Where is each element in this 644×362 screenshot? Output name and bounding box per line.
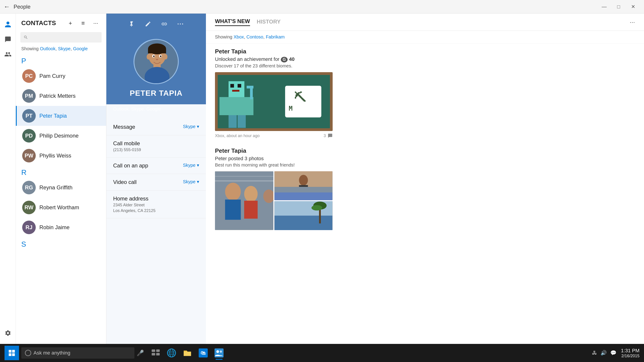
contoso-link[interactable]: Contoso — [246, 34, 264, 39]
taskbar-search[interactable]: Ask me anything — [21, 347, 134, 358]
app-content: CONTACTS + ≡ ··· Showing Outlook, Skype,… — [0, 14, 644, 344]
outlook-link[interactable]: Outlook — [40, 46, 56, 51]
nav-people[interactable] — [2, 18, 14, 31]
svg-rect-21 — [232, 90, 240, 92]
whats-new-more-button[interactable]: ··· — [630, 18, 635, 26]
nav-groups[interactable] — [2, 48, 14, 61]
maximize-button[interactable]: □ — [612, 1, 626, 12]
svg-text:M: M — [289, 105, 292, 112]
svg-rect-17 — [330, 72, 333, 131]
minimize-button[interactable]: — — [597, 1, 612, 12]
start-button[interactable] — [4, 346, 19, 360]
google-link[interactable]: Google — [73, 46, 88, 51]
nav-chat[interactable] — [2, 33, 14, 46]
contact-name-patrick: Patrick Metters — [39, 93, 76, 99]
svg-rect-15 — [215, 128, 333, 131]
detail-avatar-section: PETER TAPIA — [106, 34, 206, 104]
search-icon — [24, 35, 28, 40]
comment-count-1: 3 — [324, 134, 326, 138]
fabrikam-link[interactable]: Fabrikam — [266, 34, 285, 39]
svg-rect-44 — [274, 187, 332, 192]
back-button[interactable]: ← — [4, 3, 10, 10]
action-call-app[interactable]: Call on an app Skype ▾ — [106, 158, 206, 174]
contact-robin-jaime[interactable]: RJ Robin Jaime — [16, 218, 106, 237]
video-call-skype: Skype ▾ — [183, 179, 199, 184]
action-call-mobile[interactable]: Call mobile (213) 555-0159 — [106, 135, 206, 158]
svg-rect-51 — [152, 349, 155, 352]
whats-new-header: WHAT'S NEW HISTORY ··· — [206, 14, 644, 31]
search-box[interactable] — [20, 32, 102, 42]
contacts-more-button[interactable]: ··· — [91, 18, 101, 28]
contact-phyllis-weiss[interactable]: PW Phyllis Weiss — [16, 146, 106, 166]
avatar-patrick: PM — [22, 89, 36, 103]
svg-point-9 — [160, 56, 161, 57]
contact-name-phyllis: Phyllis Weiss — [39, 152, 71, 159]
detail-actions: Outlook, Skype, Google Message Skype ▾ C… — [106, 104, 206, 344]
nav-settings[interactable] — [2, 327, 14, 340]
news-person-1: Peter Tapia — [215, 48, 635, 55]
network-icon[interactable]: 🖧 — [592, 350, 597, 356]
contact-list: P PC Pam Curry PM Patrick Metters PT Pet… — [16, 54, 106, 344]
svg-rect-53 — [152, 353, 155, 356]
letter-s: S — [16, 237, 106, 249]
contact-name-robert: Robert Wortham — [39, 204, 79, 211]
news-item-photos: Peter Tapia Peter posted 3 photos Best r… — [215, 147, 635, 230]
taskbar-datetime[interactable]: 1:31 PM 2/16/2015 — [621, 348, 640, 358]
contact-name-philip: Philip Desimone — [39, 132, 78, 139]
volume-icon[interactable]: 🔊 — [600, 350, 607, 356]
svg-rect-26 — [247, 86, 254, 88]
list-view-button[interactable]: ≡ — [78, 18, 88, 28]
edit-button[interactable] — [142, 18, 154, 30]
svg-rect-27 — [228, 115, 237, 128]
svg-point-10 — [156, 59, 158, 60]
taskbar-people[interactable] — [212, 346, 226, 360]
window-title: People — [14, 4, 593, 10]
news-subdesc-1: Discover 17 of the 23 different biomes. — [215, 63, 635, 68]
contact-reyna-griffith[interactable]: RG Reyna Griffith — [16, 178, 106, 198]
search-input[interactable] — [30, 34, 98, 40]
pin-button[interactable] — [126, 18, 138, 30]
taskbar-store[interactable]: 🛍 — [196, 346, 210, 360]
contact-philip-desimone[interactable]: PD Philip Desimone — [16, 126, 106, 146]
taskbar-file-explorer[interactable] — [180, 346, 194, 360]
action-home-address[interactable]: Home address 2345 Alder Street Los Angel… — [106, 190, 206, 218]
svg-point-63 — [216, 350, 219, 353]
xbox-link[interactable]: Xbox — [234, 34, 244, 39]
detail-more-button[interactable]: ··· — [175, 18, 186, 30]
svg-rect-38 — [215, 180, 273, 182]
tab-whats-new[interactable]: WHAT'S NEW — [215, 18, 250, 26]
divider-1 — [106, 116, 206, 116]
avatar-pam: PC — [22, 69, 36, 83]
contact-peter-tapia[interactable]: PT Peter Tapia — [16, 106, 106, 126]
message-label: Message — [113, 124, 135, 130]
skype-link[interactable]: Skype — [58, 46, 70, 51]
news-comments-1[interactable]: 3 — [324, 133, 333, 138]
contact-patrick-metters[interactable]: PM Patrick Metters — [16, 86, 106, 106]
news-image-minecraft: ⛏ M — [215, 72, 333, 131]
svg-rect-54 — [156, 353, 160, 356]
close-button[interactable]: ✕ — [626, 1, 640, 12]
contact-pam-curry[interactable]: PC Pam Curry — [16, 66, 106, 86]
avatar-peter: PT — [22, 109, 36, 123]
call-app-label: Call on an app — [113, 162, 148, 169]
svg-rect-23 — [220, 97, 227, 115]
avatar-robert: RW — [22, 201, 36, 214]
notification-icon[interactable]: 💬 — [610, 350, 616, 356]
message-skype: Skype ▾ — [183, 124, 199, 129]
contact-name-pam: Pam Curry — [39, 73, 66, 79]
add-contact-button[interactable]: + — [66, 18, 75, 28]
action-message[interactable]: Message Skype ▾ — [106, 119, 206, 135]
link-button[interactable] — [158, 18, 170, 30]
svg-text:🛍: 🛍 — [200, 350, 206, 356]
taskbar-right: 🖧 🔊 💬 1:31 PM 2/16/2015 — [592, 348, 640, 358]
comment-icon — [328, 133, 333, 138]
taskbar-ie[interactable] — [164, 346, 179, 360]
svg-point-64 — [220, 350, 222, 353]
taskbar-taskview[interactable] — [148, 346, 163, 360]
mic-button[interactable]: 🎤 — [137, 350, 144, 356]
tab-history[interactable]: HISTORY — [257, 18, 280, 26]
action-video-call[interactable]: Video call Skype ▾ — [106, 174, 206, 190]
avatar-philip: PD — [22, 129, 36, 142]
contact-robert-wortham[interactable]: RW Robert Wortham — [16, 198, 106, 218]
peter-tapia-avatar-svg — [134, 40, 179, 84]
